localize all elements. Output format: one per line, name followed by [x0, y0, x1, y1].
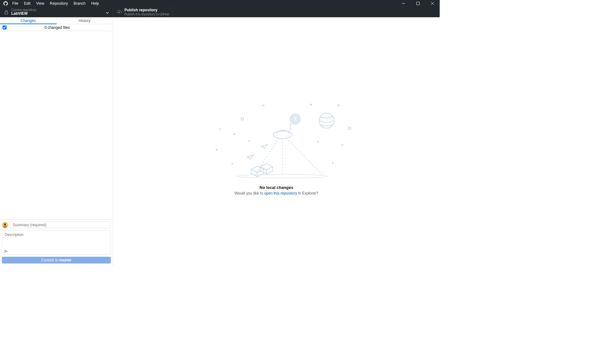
svg-point-12 [237, 174, 328, 178]
svg-point-17 [338, 105, 339, 106]
add-coauthor-button[interactable] [4, 249, 8, 253]
commit-button-prefix: Commit to [41, 258, 58, 262]
changed-files-count: 0 changed files [9, 25, 113, 30]
user-avatar [2, 222, 8, 228]
window-minimize-button[interactable] [396, 0, 411, 7]
menu-repository[interactable]: Repository [47, 1, 71, 6]
changes-header: 0 changed files [0, 24, 113, 31]
cloud-upload-icon [117, 10, 122, 14]
svg-point-16 [310, 104, 312, 105]
current-repository-selector[interactable]: Current repository LabVIEW [0, 7, 113, 17]
empty-state-illustration: ? [201, 97, 352, 179]
menu-help[interactable]: Help [88, 1, 102, 6]
empty-sub-prefix: Would you like to [235, 191, 264, 195]
commit-summary-input[interactable] [10, 222, 111, 228]
select-all-checkbox[interactable] [3, 25, 7, 29]
publish-repository-button[interactable]: Publish repository Publish this reposito… [113, 7, 173, 17]
sidebar-tabs: Changes History [0, 17, 113, 24]
empty-state: ? [201, 97, 352, 195]
tab-changes[interactable]: Changes [0, 17, 57, 24]
open-repository-link[interactable]: open this repository [264, 191, 297, 195]
empty-state-title: No local changes [201, 185, 352, 190]
svg-point-19 [234, 134, 235, 135]
commit-description-input[interactable] [2, 231, 111, 249]
commit-button[interactable]: Commit to master [2, 257, 111, 264]
main-content: ? [113, 17, 440, 265]
window-maximize-button[interactable] [411, 0, 425, 7]
github-logo-icon [2, 1, 9, 6]
svg-text:?: ? [294, 116, 297, 122]
toolbar-publish-label: Publish repository [124, 8, 169, 12]
svg-point-6 [273, 131, 292, 139]
svg-rect-14 [241, 118, 243, 120]
tab-history[interactable]: History [57, 17, 113, 24]
empty-sub-suffix: in Explorer? [297, 191, 318, 195]
svg-rect-15 [349, 127, 351, 130]
menu-branch[interactable]: Branch [71, 1, 88, 6]
commit-form: Commit to master [0, 219, 113, 265]
menu-bar: File Edit View Repository Branch Help [0, 0, 440, 7]
empty-state-subtitle: Would you like to open this repository i… [201, 191, 352, 195]
toolbar: Current repository LabVIEW Publish repos… [0, 7, 440, 17]
toolbar-repo-value: LabVIEW [11, 12, 36, 16]
toolbar-publish-subtitle: Publish this repository to GitHub [124, 13, 169, 16]
menu-edit[interactable]: Edit [21, 1, 33, 6]
chevron-down-icon [106, 9, 109, 15]
window-close-button[interactable] [425, 0, 440, 7]
svg-rect-1 [417, 2, 420, 5]
sidebar: Changes History 0 changed files [0, 17, 113, 265]
menu-view[interactable]: View [33, 1, 47, 6]
svg-point-5 [5, 250, 6, 251]
commit-button-branch: master [59, 258, 72, 262]
svg-rect-4 [5, 12, 8, 14]
changes-list [0, 31, 113, 219]
svg-point-18 [216, 149, 217, 151]
svg-line-11 [286, 138, 323, 176]
menu-file[interactable]: File [9, 1, 21, 6]
lock-icon [4, 10, 9, 14]
